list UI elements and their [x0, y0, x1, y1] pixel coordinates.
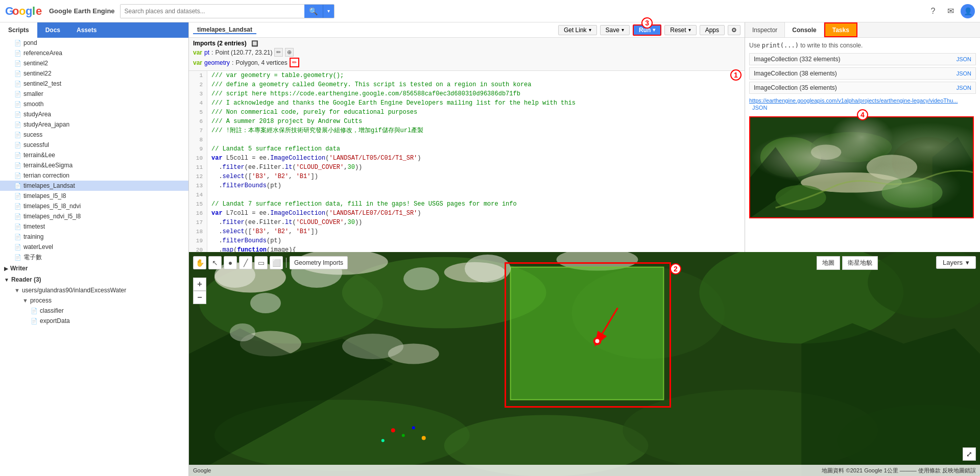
- tab-docs[interactable]: Docs: [37, 22, 68, 38]
- tree-item-timelapes_l5_l8_ndvi[interactable]: 📄 timelapes_l5_l8_ndvi: [0, 201, 188, 211]
- main-layout: Scripts Docs Assets 📄 pond 📄 referenceAr…: [0, 22, 980, 476]
- get-link-button[interactable]: Get Link ▾: [558, 25, 597, 35]
- settings-button[interactable]: ⚙: [728, 25, 740, 35]
- file-icon: 📄: [14, 101, 21, 108]
- search-bar: 🔍 ▾: [120, 4, 334, 18]
- file-icon: 📄: [14, 111, 21, 118]
- search-dropdown-button[interactable]: ▾: [323, 5, 334, 18]
- tab-tasks[interactable]: Tasks: [824, 22, 857, 37]
- tree-item-studyArea_japan[interactable]: 📄 studyArea_japan: [0, 119, 188, 130]
- image-collection-item-3[interactable]: ImageCollection (35 elements) JSON: [749, 82, 976, 94]
- tree-item-training[interactable]: 📄 training: [0, 232, 188, 242]
- code-line: 11 .filter(ee.Filter.lt('CLOUD_COVER',30…: [189, 163, 745, 172]
- search-input[interactable]: [121, 5, 304, 18]
- fullscreen-button[interactable]: ⤢: [963, 447, 976, 461]
- svg-point-36: [391, 428, 395, 432]
- map-area[interactable]: 2 ✋ ↖ ● ╱ ▭ ⬜ Geometry Imports + − 地圖 衛星…: [189, 252, 980, 476]
- code-line: 2 /// define a geometry called Geometry.…: [189, 80, 745, 89]
- tab-inspector[interactable]: Inspector: [745, 22, 785, 37]
- tree-item-pond[interactable]: 📄 pond: [0, 38, 188, 48]
- action-copy[interactable]: ⧉: [162, 182, 169, 190]
- tree-item-classifier[interactable]: 📄 classifier: [0, 306, 188, 316]
- tree-item-sucess[interactable]: 📄 sucess: [0, 130, 188, 140]
- tab-scripts[interactable]: Scripts: [0, 22, 37, 38]
- user-avatar-button[interactable]: 👤: [961, 4, 975, 18]
- var-keyword-1: var: [193, 49, 202, 56]
- tab-assets[interactable]: Assets: [68, 22, 105, 38]
- tree-item-timelapes_l5_l8[interactable]: 📄 timelapes_l5_l8: [0, 191, 188, 201]
- tree-item-timetest[interactable]: 📄 timetest: [0, 221, 188, 232]
- url-json[interactable]: JSON: [752, 105, 767, 111]
- code-editor[interactable]: 1 /// var geometry = table.geometry(); 2…: [189, 71, 745, 252]
- tab-console[interactable]: Console: [785, 22, 824, 37]
- ic-json[interactable]: JSON: [957, 70, 971, 77]
- action-edit[interactable]: ✏: [170, 182, 178, 190]
- ic-json[interactable]: JSON: [957, 56, 971, 62]
- svg-text:o: o: [12, 5, 19, 17]
- edit-var-icon-2[interactable]: ✏: [290, 58, 299, 67]
- tree-item-sucessful[interactable]: 📄 sucessful: [0, 140, 188, 150]
- feedback-button[interactable]: ✉: [943, 4, 958, 18]
- satellite-type-button[interactable]: 衛星地貌: [842, 256, 878, 270]
- tree-item-sentinel2_test[interactable]: 📄 sentinel2_test: [0, 79, 188, 89]
- ic-label: ImageCollection (35 elements): [754, 84, 837, 91]
- zoom-in-button[interactable]: +: [193, 278, 206, 291]
- tree-item-smaller[interactable]: 📄 smaller: [0, 89, 188, 99]
- tree-item-sentinel22[interactable]: 📄 sentinel22: [0, 68, 188, 79]
- imports-toggle-icon[interactable]: 🔲: [251, 40, 258, 46]
- pan-tool-button[interactable]: ✋: [193, 256, 206, 269]
- image-collection-item-2[interactable]: ImageCollection (38 elements) JSON: [749, 67, 976, 80]
- tree-item-process[interactable]: ▼ process: [0, 295, 188, 306]
- draw-polygon-button[interactable]: ▭: [254, 256, 268, 269]
- tree-item-terrainLeeSigma[interactable]: 📄 terrain&LeeSigma: [0, 160, 188, 170]
- map-satellite-background: [189, 252, 980, 476]
- save-button[interactable]: Save ▾: [600, 25, 630, 35]
- zoom-var-icon[interactable]: ⊕: [285, 48, 294, 57]
- tree-item-studyArea[interactable]: 📄 studyArea: [0, 109, 188, 119]
- select-tool-button[interactable]: ↖: [208, 256, 222, 269]
- svg-marker-34: [801, 323, 980, 476]
- arrow-icon: ▶: [4, 266, 8, 271]
- draw-point-button[interactable]: ●: [224, 256, 237, 269]
- var-val-1: Point (120.77, 23.21): [215, 49, 272, 56]
- tree-item-reader-path[interactable]: ▼ users/gulandras90/inlandExcessWater: [0, 285, 188, 295]
- tree-item-referenceArea[interactable]: 📄 referenceArea: [0, 48, 188, 58]
- tree-item-waterLevel[interactable]: 📄 waterLevel: [0, 242, 188, 252]
- console-url[interactable]: https://earthengine.googleapis.com/v1alp…: [749, 97, 958, 104]
- right-panel: Inspector Console Tasks Use print(...) t…: [745, 22, 980, 252]
- tree-item-timelapes_Landsat[interactable]: 📄 timelapes_Landsat ⧉ ✏ ✕: [0, 181, 188, 191]
- code-line: 18 .select(['B3', 'B2', 'B1']): [189, 227, 745, 236]
- section-reader[interactable]: ▼ Reader (3): [0, 274, 188, 285]
- layers-button[interactable]: Layers ▾: [936, 256, 976, 269]
- google-logo-svg: G o o g l e: [5, 4, 46, 19]
- reset-button[interactable]: Reset ▾: [664, 25, 696, 35]
- help-button[interactable]: ?: [926, 4, 940, 18]
- file-icon: 📄: [14, 193, 21, 199]
- code-line: 4 /// I acknowledge and thanks the Googl…: [189, 98, 745, 108]
- tree-item-timelapes_ndvi_l5_l8[interactable]: 📄 timelapes_ndvi_l5_l8: [0, 211, 188, 221]
- zoom-out-button[interactable]: −: [193, 291, 206, 304]
- ic-json[interactable]: JSON: [957, 85, 971, 91]
- tree-item-smooth[interactable]: 📄 smooth: [0, 99, 188, 109]
- tree-item-dianzi[interactable]: 📄 電子數: [0, 252, 188, 263]
- code-line: 3 /// script here https://code.earthengi…: [189, 89, 745, 98]
- tree-item-exportData[interactable]: 📄 exportData: [0, 316, 188, 326]
- map-zoom-controls: + −: [193, 278, 206, 304]
- draw-rectangle-button[interactable]: ⬜: [270, 256, 283, 269]
- draw-line-button[interactable]: ╱: [239, 256, 252, 269]
- section-writer[interactable]: ▶ Writer: [0, 263, 188, 274]
- action-delete[interactable]: ✕: [179, 182, 186, 190]
- tree-item-terrianCorrection[interactable]: 📄 terrian correction: [0, 170, 188, 181]
- edit-var-icon[interactable]: ✏: [274, 48, 283, 57]
- annotation-4: 4: [857, 109, 868, 120]
- map-type-button[interactable]: 地圖: [817, 256, 840, 270]
- tree-item-terrainLee[interactable]: 📄 terrain&Lee: [0, 150, 188, 160]
- geometry-imports-button[interactable]: Geometry Imports: [290, 256, 348, 269]
- apps-button[interactable]: Apps: [700, 25, 725, 35]
- code-line: 10 var L5coll = ee.ImageCollection('LAND…: [189, 154, 745, 163]
- file-icon: 📄: [14, 213, 21, 220]
- search-button[interactable]: 🔍: [304, 5, 323, 18]
- image-collection-item-1[interactable]: ImageCollection (332 elements) JSON: [749, 53, 976, 65]
- dropdown-arrow-icon: ▾: [589, 27, 591, 33]
- tree-item-sentinel2[interactable]: 📄 sentinel2: [0, 58, 188, 68]
